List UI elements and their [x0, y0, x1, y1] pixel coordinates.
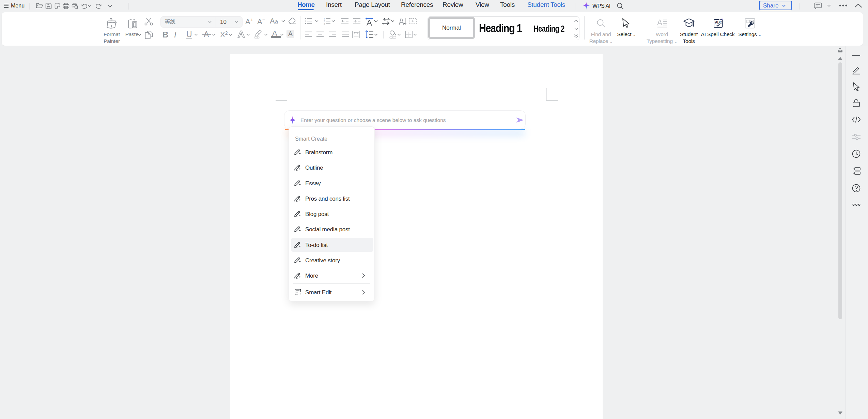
svg-text:2: 2 [324, 20, 325, 22]
svg-text:1: 1 [324, 17, 325, 20]
svg-text:3: 3 [324, 22, 325, 25]
svg-text:ABC: ABC [715, 20, 722, 24]
